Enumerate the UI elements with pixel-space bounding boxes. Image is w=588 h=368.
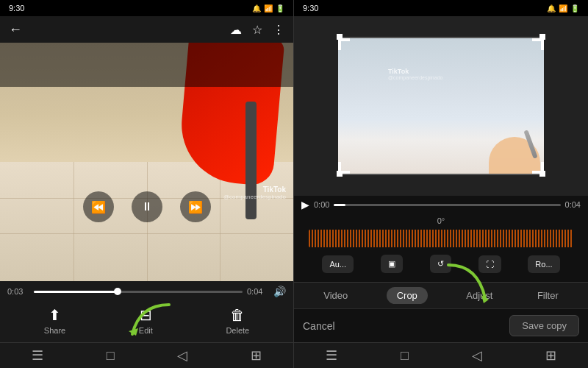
right-time: 9:30 <box>303 4 318 13</box>
crop-corner-tr[interactable] <box>532 38 544 50</box>
nav-back-icon[interactable]: ◁ <box>177 347 187 364</box>
nav-home-icon[interactable]: □ <box>107 348 115 364</box>
tab-adjust[interactable]: Adjust <box>460 289 498 302</box>
star-icon[interactable]: ☆ <box>252 23 262 37</box>
right-timeline-section: ▶ 0:00 0:04 0° Au... ▣ ↺ ⛶ Ro... <box>294 196 588 282</box>
tiktok-watermark: TikTok @companeerdespinado <box>223 185 286 200</box>
tab-row: Video Crop Adjust Filter <box>294 282 588 308</box>
tab-crop[interactable]: Crop <box>387 287 428 304</box>
left-nav-bar: ☰ □ ◁ ⊞ <box>0 342 293 368</box>
slide-pole <box>245 102 257 219</box>
save-copy-button[interactable]: Save copy <box>509 315 579 336</box>
bottom-toolbar: ⬆ Share ⊟ Edit 🗑 Delete <box>7 300 286 338</box>
left-panel: 9:30 🔔 📶 🔋 ← ☁ ☆ ⋮ <box>0 0 294 368</box>
action-row: Cancel Save copy <box>294 308 588 342</box>
rewind-button[interactable]: ⏪ <box>83 191 114 222</box>
waveform <box>309 230 573 247</box>
right-video-preview: TikTok @companeerdespinado <box>294 16 588 196</box>
rt-progress-bar[interactable] <box>334 204 560 206</box>
top-dot-right <box>539 34 545 40</box>
volume-icon[interactable]: 🔊 <box>273 286 286 297</box>
upload-icon[interactable]: ☁ <box>230 23 242 37</box>
bottom-dot-right <box>539 171 545 177</box>
edit-icon: ⊟ <box>140 306 152 324</box>
right-nav-menu-icon[interactable]: ☰ <box>326 347 337 364</box>
nav-apps-icon[interactable]: ⊞ <box>251 347 262 364</box>
timeline-bar[interactable] <box>34 291 243 293</box>
timeline-dot <box>114 288 121 295</box>
rotate2-button[interactable]: Ro... <box>528 255 559 273</box>
timeline-row: 0:03 0:04 🔊 <box>7 286 286 297</box>
crop-frame <box>338 38 544 174</box>
end-time: 0:04 <box>247 287 269 296</box>
tab-filter[interactable]: Filter <box>531 289 564 302</box>
current-time: 0:03 <box>7 287 29 296</box>
dark-top <box>0 43 293 87</box>
video-background <box>0 43 293 281</box>
right-nav-home-icon[interactable]: □ <box>401 348 409 364</box>
play-icon[interactable]: ▶ <box>301 199 309 210</box>
right-nav-bar: ☰ □ ◁ ⊞ <box>294 342 588 368</box>
top-bar-icons: ☁ ☆ ⋮ <box>230 23 284 37</box>
waveform-row <box>301 228 581 249</box>
bottom-dot-left <box>337 171 343 177</box>
edit-toolbar-item[interactable]: ⊟ Edit <box>139 306 153 335</box>
tool-buttons-row: Au... ▣ ↺ ⛶ Ro... <box>301 252 581 276</box>
back-icon[interactable]: ← <box>9 22 22 38</box>
delete-icon: 🗑 <box>230 307 245 324</box>
share-icon: ⬆ <box>49 306 61 324</box>
audio-button[interactable]: Au... <box>322 255 354 273</box>
rt-current-time: 0:00 <box>314 200 329 209</box>
delete-toolbar-item[interactable]: 🗑 Delete <box>226 307 249 335</box>
right-panel: 9:30 🔔 📶 🔋 TikTok @companeerdespinado <box>294 0 588 368</box>
rotate-button[interactable]: ↺ <box>430 255 451 273</box>
fastforward-button[interactable]: ⏩ <box>180 191 211 222</box>
crop-corner-tl[interactable] <box>338 38 350 50</box>
rotation-value: 0° <box>437 216 445 225</box>
aspect-button[interactable]: ▣ <box>381 255 403 273</box>
rotation-row: 0° <box>301 215 581 227</box>
left-time: 9:30 <box>9 4 24 13</box>
bottom-timeline-line <box>337 174 545 175</box>
share-toolbar-item[interactable]: ⬆ Share <box>44 306 65 335</box>
playback-controls: ⏪ ⏸ ⏩ <box>83 191 211 222</box>
rt-end-time: 0:04 <box>565 200 581 209</box>
left-video-area: ⏪ ⏸ ⏩ TikTok @companeerdespinado <box>0 43 293 281</box>
tab-video[interactable]: Video <box>318 289 354 302</box>
more-icon[interactable]: ⋮ <box>273 23 284 37</box>
pause-button[interactable]: ⏸ <box>132 191 162 222</box>
left-bottom-area: 0:03 0:04 🔊 ⬆ Share ⊟ Edit 🗑 Delete <box>0 281 293 342</box>
top-timeline-line <box>337 37 545 38</box>
left-top-bar: ← ☁ ☆ ⋮ <box>0 16 293 43</box>
right-nav-apps-icon[interactable]: ⊞ <box>545 347 556 364</box>
right-status-icons: 🔔 📶 🔋 <box>547 4 579 13</box>
rt-controls: ▶ 0:00 0:04 <box>301 199 581 210</box>
crop-icon-button[interactable]: ⛶ <box>478 255 501 273</box>
cancel-button[interactable]: Cancel <box>303 320 335 332</box>
right-nav-back-icon[interactable]: ◁ <box>472 347 482 364</box>
top-dot-left <box>337 34 343 40</box>
left-status-bar: 9:30 🔔 📶 🔋 <box>0 0 293 16</box>
timeline-progress <box>34 291 118 293</box>
nav-menu-icon[interactable]: ☰ <box>32 347 43 364</box>
left-status-icons: 🔔 📶 🔋 <box>252 4 284 13</box>
right-status-bar: 9:30 🔔 📶 🔋 <box>294 0 588 16</box>
